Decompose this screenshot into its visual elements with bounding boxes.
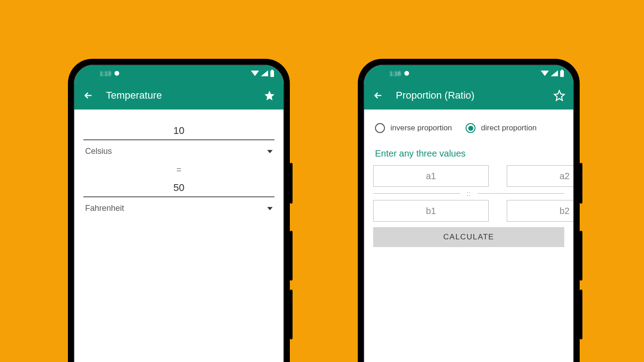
temperature-content: Celsius = Fahrenheit: [74, 110, 284, 227]
app-bar: Proportion (Ratio): [364, 81, 573, 110]
phone-frame-right: 1:16 Proportion (Ratio) inverse: [358, 59, 580, 362]
radio-checked-icon: [466, 123, 476, 133]
proportion-content: inverse proportion direct proportion Ent…: [364, 110, 573, 258]
input-b1[interactable]: [373, 200, 489, 222]
phone-side-button: [580, 231, 582, 281]
phone-side-button: [580, 290, 582, 339]
value-bottom-input[interactable]: [83, 177, 274, 197]
chevron-down-icon: [267, 206, 273, 211]
row-b: [373, 200, 564, 222]
proportion-type-radiogroup: inverse proportion direct proportion: [373, 120, 564, 138]
unit-top-dropdown[interactable]: Celsius: [83, 140, 274, 159]
unit-top-label: Celsius: [85, 147, 112, 156]
chat-icon: [114, 70, 120, 76]
divider-line: [477, 193, 564, 194]
svg-rect-2: [271, 70, 273, 71]
status-left: 1:16: [389, 70, 410, 77]
row-a: [373, 165, 564, 187]
back-button[interactable]: [372, 90, 384, 101]
svg-rect-4: [560, 71, 564, 77]
input-b2[interactable]: [507, 200, 574, 222]
svg-rect-1: [270, 71, 274, 77]
radio-label: direct proportion: [481, 124, 537, 133]
status-time: 1:13: [100, 70, 111, 77]
svg-point-0: [115, 71, 120, 76]
svg-rect-5: [561, 70, 563, 71]
status-bar: 1:13: [74, 65, 284, 81]
value-top-input[interactable]: [83, 120, 274, 140]
app-bar: Temperature: [74, 81, 284, 110]
status-time: 1:16: [389, 70, 401, 77]
phone-side-button: [580, 163, 582, 204]
wifi-icon: [541, 70, 549, 76]
signal-icon: [551, 70, 558, 76]
signal-icon: [261, 70, 268, 76]
unit-bottom-label: Fahrenheit: [85, 204, 124, 213]
divider-line: [373, 193, 460, 194]
arrow-left-icon: [373, 90, 384, 101]
input-a1[interactable]: [373, 165, 489, 187]
back-button[interactable]: [82, 90, 94, 101]
radio-label: inverse proportion: [390, 124, 452, 133]
star-filled-icon: [264, 90, 275, 101]
page-title: Temperature: [106, 90, 252, 101]
svg-point-3: [404, 71, 409, 76]
status-right: [541, 70, 564, 77]
favorite-button[interactable]: [553, 90, 565, 101]
phone-screen-right: 1:16 Proportion (Ratio) inverse: [363, 64, 574, 362]
phone-screen-left: 1:13 Temperature Celsius: [73, 64, 284, 362]
arrow-left-icon: [83, 90, 94, 101]
input-a2[interactable]: [507, 165, 574, 187]
status-left: 1:13: [100, 70, 120, 77]
page-title: Proportion (Ratio): [396, 90, 542, 101]
radio-inverse-proportion[interactable]: inverse proportion: [375, 123, 452, 133]
status-bar: 1:16: [364, 65, 573, 81]
battery-icon: [560, 70, 564, 77]
ratio-colon: ::: [466, 190, 471, 197]
battery-icon: [270, 70, 274, 77]
unit-bottom-dropdown[interactable]: Fahrenheit: [83, 197, 274, 216]
wifi-icon: [251, 70, 259, 76]
status-right: [251, 70, 274, 77]
calculate-button[interactable]: CALCULATE: [373, 227, 564, 247]
radio-icon: [375, 123, 385, 133]
helper-text: Enter any three values: [375, 148, 562, 159]
phone-side-button: [290, 290, 293, 339]
chevron-down-icon: [267, 149, 273, 154]
chat-icon: [404, 70, 410, 76]
ratio-separator-row: ::: [373, 187, 564, 200]
phone-frame-left: 1:13 Temperature Celsius: [68, 59, 290, 362]
equals-sign: =: [83, 159, 274, 177]
radio-direct-proportion[interactable]: direct proportion: [466, 123, 537, 133]
phone-side-button: [290, 231, 293, 281]
phone-side-button: [290, 163, 293, 204]
star-outline-icon: [553, 90, 565, 101]
favorite-button[interactable]: [264, 90, 275, 101]
